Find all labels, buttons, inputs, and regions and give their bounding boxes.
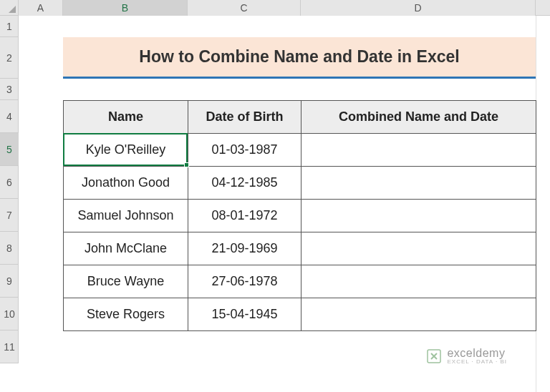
cell-name[interactable]: Bruce Wayne — [64, 265, 188, 298]
column-headers: A B C D — [19, 0, 550, 16]
row-headers: 1 2 3 4 5 6 7 8 9 10 11 — [0, 16, 19, 363]
row-header-8[interactable]: 8 — [0, 232, 19, 265]
cell-dob[interactable]: 21-09-1969 — [188, 232, 301, 265]
cell-combined[interactable] — [301, 298, 536, 331]
col-header-b[interactable]: B — [63, 0, 188, 16]
cell-combined[interactable] — [301, 200, 536, 232]
select-all-corner[interactable] — [0, 0, 19, 16]
table-row: Steve Rogers 15-04-1945 — [64, 298, 536, 331]
cell-name[interactable]: Jonathon Good — [64, 167, 188, 200]
row-header-7[interactable]: 7 — [0, 199, 19, 232]
cell-name[interactable]: John McClane — [64, 232, 188, 265]
table-row: Kyle O'Reilley 01-03-1987 — [64, 134, 536, 167]
row-header-1[interactable]: 1 — [0, 16, 19, 37]
row-header-10[interactable]: 10 — [0, 298, 19, 330]
col-header-a[interactable]: A — [19, 0, 63, 16]
cell-combined[interactable] — [301, 265, 536, 298]
row-header-9[interactable]: 9 — [0, 265, 19, 298]
cell-combined[interactable] — [301, 167, 536, 200]
cell-name[interactable]: Kyle O'Reilley — [64, 134, 188, 167]
row-header-11[interactable]: 11 — [0, 330, 19, 363]
table-row: John McClane 21-09-1969 — [64, 232, 536, 265]
table-row: Bruce Wayne 27-06-1978 — [64, 265, 536, 298]
sheet-area[interactable]: How to Combine Name and Date in Excel Na… — [19, 16, 550, 392]
row-header-5[interactable]: 5 — [0, 133, 19, 166]
cell-dob[interactable]: 01-03-1987 — [188, 134, 301, 167]
watermark-sub: EXCEL · DATA · BI — [447, 359, 507, 365]
cell-combined[interactable] — [301, 134, 536, 167]
cell-dob[interactable]: 27-06-1978 — [188, 265, 301, 298]
row-header-4[interactable]: 4 — [0, 100, 19, 133]
row-header-3[interactable]: 3 — [0, 79, 19, 100]
header-name[interactable]: Name — [64, 101, 188, 134]
watermark-main: exceldemy — [447, 348, 507, 359]
table-header-row: Name Date of Birth Combined Name and Dat… — [64, 101, 536, 134]
cell-combined[interactable] — [301, 232, 536, 265]
page-title: How to Combine Name and Date in Excel — [63, 37, 536, 79]
data-table: Name Date of Birth Combined Name and Dat… — [63, 100, 536, 331]
col-header-d[interactable]: D — [301, 0, 536, 16]
watermark-text: exceldemy EXCEL · DATA · BI — [447, 348, 507, 365]
cell-name[interactable]: Steve Rogers — [64, 298, 188, 331]
excel-icon — [425, 348, 443, 365]
header-combined[interactable]: Combined Name and Date — [301, 101, 536, 134]
col-header-c[interactable]: C — [188, 0, 301, 16]
watermark: exceldemy EXCEL · DATA · BI — [425, 348, 507, 365]
row-header-6[interactable]: 6 — [0, 166, 19, 199]
cell-dob[interactable]: 08-01-1972 — [188, 200, 301, 232]
cell-dob[interactable]: 04-12-1985 — [188, 167, 301, 200]
cell-name[interactable]: Samuel Johnson — [64, 200, 188, 232]
table-row: Samuel Johnson 08-01-1972 — [64, 200, 536, 232]
table-row: Jonathon Good 04-12-1985 — [64, 167, 536, 200]
cell-dob[interactable]: 15-04-1945 — [188, 298, 301, 331]
header-dob[interactable]: Date of Birth — [188, 101, 301, 134]
row-header-2[interactable]: 2 — [0, 37, 19, 79]
